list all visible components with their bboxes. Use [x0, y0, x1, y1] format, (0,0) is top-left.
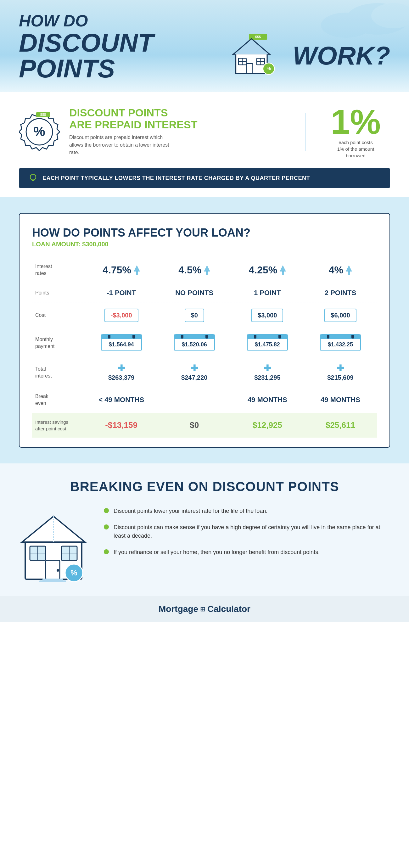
arrow-up-icon — [204, 265, 210, 275]
cross-icon-4: ✚ — [337, 364, 344, 373]
svg-point-23 — [30, 174, 36, 180]
monthly-col-2: $1,520.06 — [158, 328, 231, 358]
calendar-box-1: $1,564.94 — [101, 334, 142, 351]
savings-value-4: $25,611 — [307, 420, 374, 430]
footer-logo-mortgage: Mortgage — [159, 604, 198, 614]
monthly-col-1: $1,564.94 — [85, 328, 158, 358]
cross-icon-2: ✚ — [191, 364, 198, 373]
points-row: Points -1 POINT NO POINTS 1 POINT 2 POIN… — [32, 283, 377, 303]
points-label: Points — [32, 283, 85, 303]
break-even-col-3: 49 MONTHS — [231, 387, 304, 413]
break-even-col-2 — [158, 387, 231, 413]
break-even-value-1: < 49 MONTHS — [88, 396, 155, 404]
cross-icon-3: ✚ — [264, 364, 271, 373]
bullet-3 — [104, 549, 109, 554]
cost-col-2: $0 — [158, 303, 231, 328]
svg-marker-34 — [346, 265, 352, 272]
break-even-col-1: < 49 MONTHS — [85, 387, 158, 413]
cost-row: Cost -$3,000 $0 $3,000 $6,000 — [32, 303, 377, 328]
header-line3: WORK? — [292, 43, 390, 69]
intro-description: Discount points are prepaid interest whi… — [69, 134, 170, 156]
savings-label: Interest savingsafter point cost — [32, 413, 85, 438]
total-interest-col-1: ✚ $263,379 — [85, 358, 158, 387]
points-col-1: -1 POINT — [85, 283, 158, 303]
points-col-4: 2 POINTS — [304, 283, 377, 303]
cost-label: Cost — [32, 303, 85, 328]
savings-row: Interest savingsafter point cost -$13,15… — [32, 413, 377, 438]
interest-value-2: $247,220 — [181, 374, 207, 381]
cost-value-1: -$3,000 — [104, 309, 138, 322]
monthly-payment-row: Monthlypayment $1,564.94 $1,520.06 — [32, 328, 377, 358]
svg-marker-32 — [280, 265, 286, 272]
svg-text:$$$: $$$ — [255, 35, 261, 39]
breaking-house-icon: % — [19, 507, 88, 582]
header-line2: DISCOUNT POINTS — [19, 30, 216, 82]
svg-rect-33 — [282, 271, 284, 275]
points-col-3: 1 POINT — [231, 283, 304, 303]
monthly-value-1: $1,564.94 — [102, 339, 141, 350]
monthly-col-4: $1,432.25 — [304, 328, 377, 358]
footer-section: Mortgage ⊞ Calculator — [0, 596, 409, 622]
breaking-text-2: Discount points can make sense if you ha… — [114, 523, 390, 540]
arrow-up-icon — [134, 265, 140, 275]
rate-col-4: 4% — [304, 257, 377, 283]
bullet-1 — [104, 508, 109, 513]
total-interest-col-2: ✚ $247,220 — [158, 358, 231, 387]
breaking-point-1: Discount points lower your interest rate… — [104, 507, 390, 515]
break-even-label: Breakeven — [32, 387, 85, 413]
monthly-value-3: $1,475.82 — [248, 339, 287, 350]
arrow-up-icon — [346, 265, 352, 275]
intro-left: DISCOUNT POINTS ARE PREPAID INTEREST Dis… — [69, 107, 289, 156]
total-interest-label: Totalinterest — [32, 358, 85, 387]
footer-logo-calculator: Calculator — [207, 604, 250, 614]
breaking-text-3: If you refinance or sell your home, then… — [114, 548, 320, 557]
breaking-points-list: Discount points lower your interest rate… — [104, 507, 390, 564]
cost-col-3: $3,000 — [231, 303, 304, 328]
footer-logo-icon: ⊞ — [200, 605, 206, 613]
savings-col-3: $12,925 — [231, 413, 304, 438]
svg-text:%: % — [266, 66, 271, 71]
interest-rates-row: Interestrates 4.75% 4.5% 4.25% — [32, 257, 377, 283]
monthly-col-3: $1,475.82 — [231, 328, 304, 358]
banner-section: EACH POINT TYPICALLY LOWERS THE INTEREST… — [0, 165, 409, 197]
intro-divider — [305, 113, 306, 151]
savings-col-2: $0 — [158, 413, 231, 438]
svg-rect-48 — [39, 581, 66, 582]
monthly-label: Monthlypayment — [32, 328, 85, 358]
breaking-text-1: Discount points lower your interest rate… — [114, 507, 268, 515]
cost-value-2: $0 — [185, 309, 204, 322]
savings-col-1: -$13,159 — [85, 413, 158, 438]
loan-table: Interestrates 4.75% 4.5% 4.25% — [32, 257, 377, 438]
breaking-even-section: BREAKING EVEN ON DISCOUNT POINTS — [0, 463, 409, 596]
monthly-value-2: $1,520.06 — [175, 339, 214, 350]
table-card: HOW DO POINTS AFFECT YOUR LOAN? LOAN AMO… — [19, 213, 390, 448]
break-even-value-3: 49 MONTHS — [234, 396, 301, 404]
break-even-row: Breakeven < 49 MONTHS 49 MONTHS 49 MONTH… — [32, 387, 377, 413]
calendar-box-4: $1,432.25 — [320, 334, 361, 351]
interest-value-4: $215,609 — [327, 374, 353, 381]
middle-section: HOW DO POINTS AFFECT YOUR LOAN? LOAN AMO… — [0, 197, 409, 463]
interest-value-3: $231,295 — [254, 374, 280, 381]
svg-text:%: % — [70, 568, 77, 577]
svg-line-26 — [30, 175, 31, 176]
svg-line-27 — [36, 175, 36, 176]
banner-text: EACH POINT TYPICALLY LOWERS THE INTEREST… — [42, 175, 310, 182]
svg-marker-5 — [234, 40, 269, 54]
header-section: HOW DO DISCOUNT POINTS $$$ — [0, 0, 409, 92]
svg-rect-29 — [136, 271, 138, 275]
total-interest-col-4: ✚ $215,609 — [304, 358, 377, 387]
arrow-up-icon — [280, 265, 286, 275]
savings-value-1: -$13,159 — [88, 420, 155, 430]
breaking-house-wrap: % — [19, 507, 88, 584]
cost-col-4: $6,000 — [304, 303, 377, 328]
svg-marker-28 — [134, 265, 140, 272]
calendar-box-2: $1,520.06 — [174, 334, 215, 351]
svg-marker-30 — [204, 265, 210, 272]
intro-right: 1% each point costs1% of the amountborro… — [321, 104, 390, 159]
svg-rect-31 — [206, 271, 208, 275]
footer-logo: Mortgage ⊞ Calculator — [159, 604, 250, 614]
svg-text:$$$: $$$ — [40, 113, 46, 116]
header-house-icon: $$$ % — [223, 29, 280, 83]
svg-text:%: % — [33, 124, 45, 139]
calendar-box-3: $1,475.82 — [247, 334, 288, 351]
